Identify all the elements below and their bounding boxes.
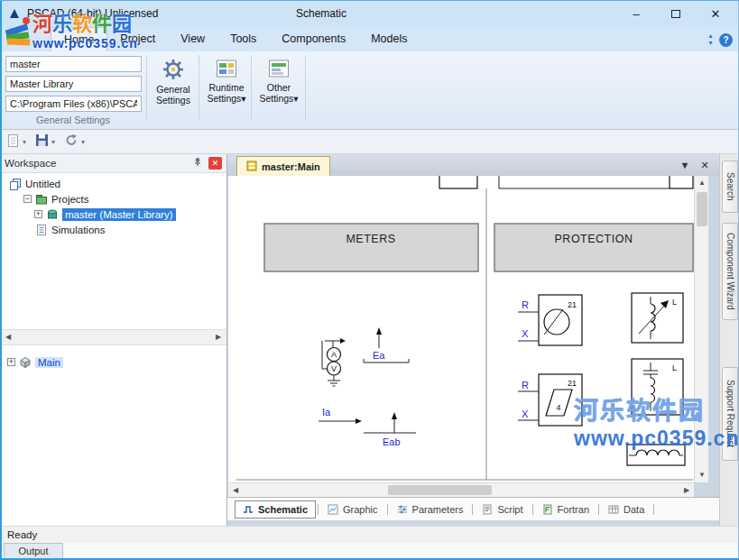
expand-expander-icon[interactable]: + xyxy=(7,358,15,366)
runtime-settings-button[interactable]: Runtime Settings▾ xyxy=(202,54,251,125)
help-button[interactable]: ? xyxy=(719,33,733,47)
script-view-icon xyxy=(482,504,493,515)
view-tab-label: Parameters xyxy=(412,504,464,515)
module-box-icon xyxy=(19,356,32,369)
project-name-field[interactable] xyxy=(5,56,142,72)
document-caption: Schematic xyxy=(249,0,393,27)
side-tab-search[interactable]: Search xyxy=(722,161,738,213)
document-tab-master-main[interactable]: master:Main xyxy=(236,156,330,176)
quick-access-toolbar: ▾ ▾ ▾ xyxy=(0,130,739,154)
schematic-view-icon xyxy=(243,504,254,515)
fortran-view-icon xyxy=(542,504,553,515)
caret-down-icon: ▾ xyxy=(293,93,298,104)
tree-item-main[interactable]: + Main xyxy=(0,354,63,370)
tree-item-untitled[interactable]: Untitled xyxy=(0,176,226,191)
other-settings-button[interactable]: Other Settings▾ xyxy=(254,54,303,125)
runtime-settings-label-1: Runtime xyxy=(208,82,244,93)
expand-expander-icon[interactable]: + xyxy=(34,210,42,218)
canvas-horizontal-scrollbar[interactable]: ◀ ▶ xyxy=(228,482,694,497)
view-tab-fortran[interactable]: Fortran xyxy=(535,500,596,519)
protection-section-header: PROTECTION xyxy=(494,224,693,271)
tab-list-caret-icon[interactable]: ▼ xyxy=(678,158,692,172)
tree-item-simulations[interactable]: Simulations xyxy=(0,222,226,237)
group-separator xyxy=(305,55,306,120)
eab-signal: Eab xyxy=(364,412,416,447)
workspace-close-button[interactable]: ✕ xyxy=(208,157,222,170)
svg-text:PROTECTION: PROTECTION xyxy=(555,233,633,245)
ribbon-collapse-button[interactable]: ▲ ▼ xyxy=(707,32,714,47)
other-settings-label-2: Settings▾ xyxy=(259,93,298,104)
tab-separator xyxy=(318,504,319,515)
horizontal-scroll-thumb[interactable] xyxy=(388,485,492,495)
view-tab-schematic[interactable]: Schematic xyxy=(235,500,316,519)
ribbon-tab-project[interactable]: Project xyxy=(107,27,168,51)
vertical-scroll-thumb[interactable] xyxy=(697,192,707,226)
project-path-field[interactable] xyxy=(5,96,142,112)
scroll-right-icon[interactable]: ▶ xyxy=(679,483,694,498)
scroll-down-icon[interactable]: ▼ xyxy=(695,468,709,482)
refresh-icon[interactable] xyxy=(64,133,79,150)
caret-down-icon[interactable]: ▾ xyxy=(81,138,85,146)
side-tab-support-request[interactable]: Support Request xyxy=(722,367,738,461)
tree-item-projects[interactable]: − Projects xyxy=(0,191,226,207)
variable-inductor-component: L xyxy=(632,293,683,343)
status-bar: Ready xyxy=(0,526,739,543)
meters-section-header: METERS xyxy=(264,224,478,271)
project-description-field[interactable] xyxy=(5,76,142,92)
window-controls: – ✕ xyxy=(616,0,735,27)
schematic-canvas[interactable]: METERS PROTECTION A V xyxy=(228,176,694,482)
canvas-vertical-scrollbar[interactable]: ▲ ▼ xyxy=(694,176,708,482)
general-settings-button[interactable]: General Settings xyxy=(149,54,198,125)
ribbon-tab-home[interactable]: Home xyxy=(51,27,107,51)
side-tab-component-wizard[interactable]: Component Wizard xyxy=(722,223,738,320)
caret-down-icon: ▾ xyxy=(241,93,245,104)
close-button[interactable]: ✕ xyxy=(696,0,735,27)
view-tab-data[interactable]: Data xyxy=(601,500,651,519)
ribbon-tab-bar: Home Project View Tools Components Model… xyxy=(0,27,739,51)
pin-icon[interactable] xyxy=(192,157,203,170)
maximize-icon xyxy=(671,10,680,18)
group-separator xyxy=(251,55,252,120)
ia-signal: Ia xyxy=(319,407,362,424)
save-icon[interactable] xyxy=(35,133,49,150)
workspace-horizontal-scrollbar[interactable]: ◀ ▶ xyxy=(0,329,226,345)
other-settings-icon xyxy=(268,58,290,82)
svg-text:METERS: METERS xyxy=(346,233,395,245)
svg-text:L: L xyxy=(672,363,677,372)
view-tab-graphic[interactable]: Graphic xyxy=(320,500,385,519)
data-view-icon xyxy=(608,504,619,515)
ribbon-tab-models[interactable]: Models xyxy=(358,27,420,51)
minimize-button[interactable]: – xyxy=(616,0,656,27)
scroll-left-icon[interactable]: ◀ xyxy=(1,330,15,344)
document-tab-strip: master:Main ▼ ✕ xyxy=(227,154,719,176)
canvas-icon xyxy=(246,161,257,173)
chevron-up-icon: ▲ xyxy=(707,32,714,40)
caret-down-icon[interactable]: ▾ xyxy=(23,138,26,146)
document-close-icon[interactable]: ✕ xyxy=(697,158,712,172)
svg-text:R: R xyxy=(522,299,529,310)
parameters-view-icon xyxy=(397,504,408,515)
svg-text:A: A xyxy=(331,350,337,359)
workspace-root-icon xyxy=(9,178,22,190)
scroll-left-icon[interactable]: ◀ xyxy=(228,483,243,498)
svg-text:X: X xyxy=(522,328,529,339)
view-tab-label: Fortran xyxy=(558,504,589,515)
ribbon-tab-view[interactable]: View xyxy=(168,27,217,51)
ribbon-tab-tools[interactable]: Tools xyxy=(217,27,269,51)
caret-down-icon[interactable]: ▾ xyxy=(51,138,55,146)
view-tab-parameters[interactable]: Parameters xyxy=(390,500,471,519)
output-tab[interactable]: Output xyxy=(4,543,63,560)
view-tab-script[interactable]: Script xyxy=(475,500,530,519)
new-page-icon[interactable] xyxy=(6,133,20,151)
runtime-settings-label-2: Settings▾ xyxy=(207,93,245,104)
pscad-window: PSCAD (64-bit) Unlicensed Schematic – ✕ … xyxy=(0,0,739,560)
tab-separator xyxy=(532,504,533,515)
collapse-expander-icon[interactable]: − xyxy=(23,195,32,203)
ribbon-tab-components[interactable]: Components xyxy=(269,27,358,51)
scroll-right-icon[interactable]: ▶ xyxy=(211,330,226,344)
tree-item-master[interactable]: + master (Master Library) xyxy=(0,207,226,222)
multimeter-component: A V xyxy=(322,338,346,386)
svg-text:Ea: Ea xyxy=(373,350,385,361)
scroll-up-icon[interactable]: ▲ xyxy=(695,176,709,190)
maximize-button[interactable] xyxy=(656,0,696,27)
